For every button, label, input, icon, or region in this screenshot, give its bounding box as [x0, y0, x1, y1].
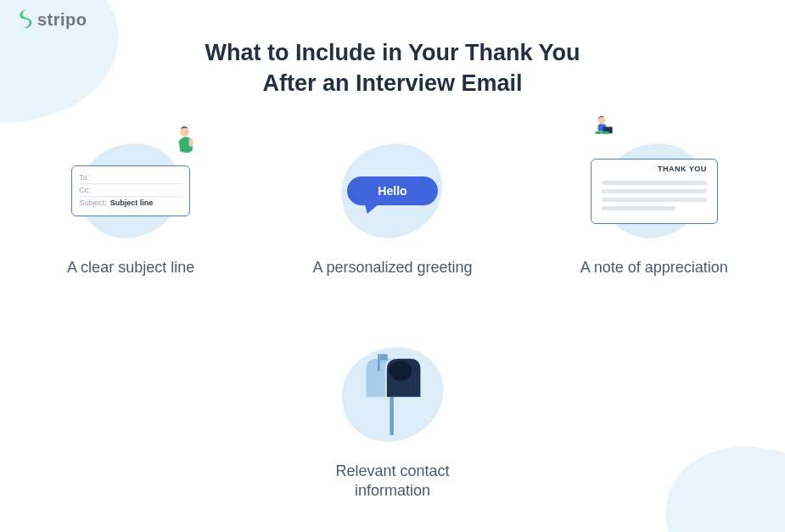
caption-contact-line2: information	[355, 482, 430, 499]
brand-name: stripo	[37, 10, 87, 30]
svg-point-8	[389, 361, 412, 380]
email-cc-row: Cc:	[79, 184, 182, 197]
card-greeting: Hello A personalized greeting	[273, 136, 511, 277]
to-label: To:	[79, 173, 89, 182]
caption-greeting: A personalized greeting	[312, 258, 472, 277]
note-line	[602, 189, 707, 193]
illustration-greeting: Hello	[316, 136, 468, 246]
illustration-appreciation: THANK YOU	[578, 136, 731, 246]
illustration-contact-info	[317, 339, 469, 450]
note-line	[602, 181, 707, 185]
svg-rect-9	[378, 354, 380, 371]
caption-subject-line: A clear subject line	[67, 258, 194, 277]
bottom-row: Relevant contact information	[0, 339, 785, 501]
svg-rect-1	[189, 138, 193, 146]
email-to-row: To:	[79, 171, 182, 184]
note-line	[602, 198, 707, 202]
caption-contact-info: Relevant contact information	[335, 462, 449, 501]
top-row: To: Cc: Subject: Subject line A clear su…	[0, 136, 785, 277]
mailbox-icon	[355, 352, 431, 437]
svg-point-2	[597, 117, 605, 125]
card-appreciation: THANK YOU A note of appreciation	[535, 136, 773, 277]
person-with-laptop-icon	[592, 115, 620, 144]
subject-value: Subject line	[110, 199, 154, 207]
card-subject-line: To: Cc: Subject: Subject line A clear su…	[12, 136, 250, 277]
svg-rect-10	[379, 354, 387, 360]
stripo-logo-icon	[15, 8, 34, 31]
note-heading: THANK YOU	[658, 165, 707, 173]
svg-rect-6	[602, 132, 609, 134]
thank-you-note: THANK YOU	[591, 159, 718, 224]
illustration-subject-line: To: Cc: Subject: Subject line	[54, 136, 207, 246]
svg-point-0	[181, 128, 189, 137]
caption-appreciation: A note of appreciation	[580, 258, 728, 277]
caption-contact-line1: Relevant contact	[335, 462, 449, 479]
page-title: What to Include in Your Thank You After …	[0, 37, 785, 99]
svg-rect-5	[595, 132, 602, 134]
title-line-2: After an Interview Email	[262, 70, 522, 96]
title-line-1: What to Include in Your Thank You	[205, 40, 580, 65]
card-contact-info: Relevant contact information	[274, 339, 512, 501]
note-line	[602, 206, 676, 210]
bubble-text: Hello	[378, 184, 407, 198]
person-peeking-icon	[171, 126, 202, 154]
svg-rect-7	[390, 397, 394, 435]
subject-label: Subject:	[79, 199, 107, 207]
email-header-box: To: Cc: Subject: Subject line	[71, 165, 190, 216]
email-subject-row: Subject: Subject line	[79, 197, 182, 209]
cc-label: Cc:	[79, 186, 91, 194]
brand-logo: stripo	[15, 8, 87, 31]
speech-bubble: Hello	[347, 176, 437, 205]
